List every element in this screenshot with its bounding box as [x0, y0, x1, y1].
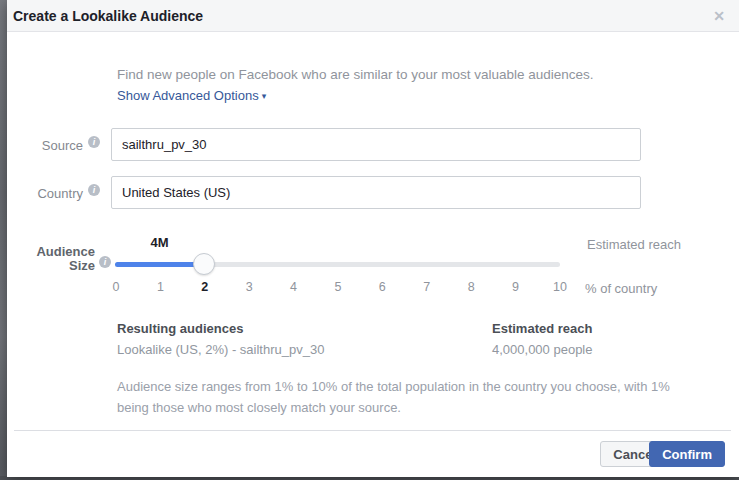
page-background: Create a Lookalike Audience ✕ Find new p… — [0, 0, 739, 480]
slider-fill — [115, 262, 204, 267]
slider-handle[interactable] — [193, 253, 215, 275]
slider-tick-label: 6 — [374, 280, 390, 294]
country-input[interactable] — [111, 176, 641, 209]
confirm-button[interactable]: Confirm — [649, 441, 725, 467]
source-input[interactable] — [111, 128, 641, 161]
audience-size-label-line1: Audience — [7, 245, 95, 259]
create-lookalike-audience-modal: Create a Lookalike Audience ✕ Find new p… — [7, 0, 739, 477]
show-advanced-options-link[interactable]: Show Advanced Options▾ — [117, 88, 266, 103]
slider-tick-label: 8 — [463, 280, 479, 294]
estimated-reach-value: 4,000,000 people — [492, 342, 592, 357]
slider-tick-label: 3 — [241, 280, 257, 294]
audience-size-label: Audience Size — [7, 245, 95, 273]
estimated-reach-header: Estimated reach — [492, 321, 592, 336]
audience-size-slider: 4M — [115, 250, 560, 280]
slider-tick-labels: 0 1 2 3 4 5 6 7 8 9 10 — [108, 280, 568, 294]
country-label: Country — [7, 186, 83, 201]
estimated-reach-label: Estimated reach — [587, 237, 681, 252]
modal-description: Find new people on Facebook who are simi… — [117, 67, 594, 82]
slider-tick-label: 4 — [286, 280, 302, 294]
resulting-audiences-header: Resulting audiences — [117, 321, 243, 336]
slider-tick-label: 10 — [552, 280, 568, 294]
slider-tick-label: 0 — [108, 280, 124, 294]
slider-tick-label: 1 — [152, 280, 168, 294]
slider-value-tooltip: 4M — [150, 235, 168, 250]
source-label: Source — [7, 138, 83, 153]
show-advanced-options-label: Show Advanced Options — [117, 88, 259, 103]
slider-tick-label: 2 — [197, 280, 213, 294]
audience-size-note: Audience size ranges from 1% to 10% of t… — [117, 376, 683, 418]
slider-tick-label: 7 — [419, 280, 435, 294]
slider-tick-label: 5 — [330, 280, 346, 294]
close-icon[interactable]: ✕ — [709, 6, 729, 26]
resulting-audiences-value: Lookalike (US, 2%) - sailthru_pv_30 — [117, 342, 324, 357]
country-info-icon[interactable]: i — [88, 184, 100, 196]
modal-header: Create a Lookalike Audience ✕ — [7, 0, 739, 32]
footer-divider — [14, 430, 731, 431]
source-info-icon[interactable]: i — [88, 136, 100, 148]
caret-down-icon: ▾ — [262, 91, 267, 101]
percent-of-country-label: % of country — [585, 281, 657, 296]
modal-title: Create a Lookalike Audience — [13, 8, 203, 24]
slider-tick-label: 9 — [508, 280, 524, 294]
dimmed-page-left — [0, 0, 7, 480]
audience-size-label-line2: Size — [7, 259, 95, 273]
audience-size-info-icon[interactable]: i — [99, 256, 111, 268]
